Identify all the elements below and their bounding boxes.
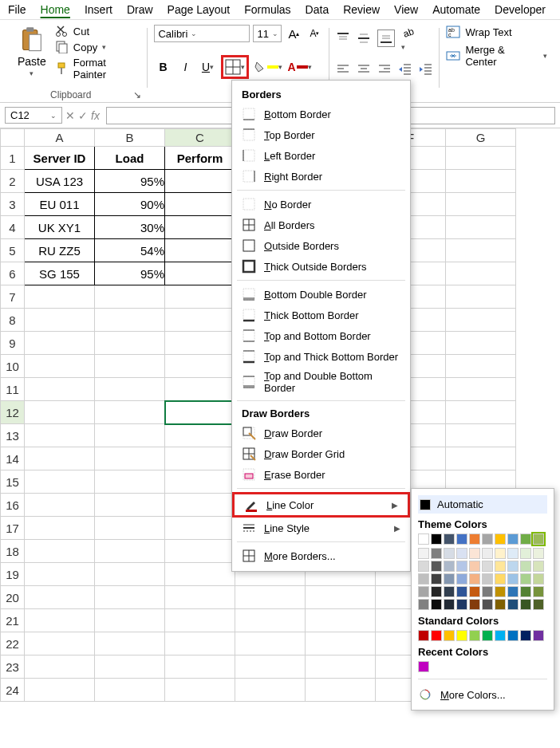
cell-A23[interactable] [25, 655, 95, 679]
cell-C1[interactable]: Perform [165, 147, 235, 170]
font-name-combo[interactable]: Calibri⌄ [154, 25, 250, 42]
cell-C14[interactable] [165, 447, 235, 470]
color-swatch[interactable] [507, 630, 519, 641]
color-swatch[interactable] [469, 533, 480, 545]
cell-C18[interactable] [165, 540, 235, 563]
cell-C16[interactable] [165, 494, 235, 517]
cell-C8[interactable] [165, 309, 235, 332]
color-swatch[interactable] [520, 548, 531, 559]
merge-center-button[interactable]: Merge & Center▾ [446, 44, 547, 68]
border-option-thick-bottom-border[interactable]: Thick Bottom Border [232, 305, 410, 325]
cell-C23[interactable] [165, 655, 235, 679]
color-swatch[interactable] [507, 573, 519, 585]
cell-C11[interactable] [165, 378, 235, 401]
row-header-8[interactable]: 8 [1, 309, 25, 332]
cell-B1[interactable]: Load [95, 147, 165, 170]
color-swatch[interactable] [507, 533, 519, 545]
cell-B21[interactable] [95, 609, 165, 632]
color-swatch[interactable] [444, 533, 455, 545]
cell-A3[interactable]: EU 011 [25, 193, 95, 216]
cell-B22[interactable] [95, 632, 165, 655]
row-header-1[interactable]: 1 [1, 147, 25, 170]
cell-C4[interactable] [165, 216, 235, 239]
row-header-21[interactable]: 21 [1, 609, 25, 632]
col-header-B[interactable]: B [95, 129, 165, 147]
cell-A21[interactable] [25, 609, 95, 632]
cell-G6[interactable] [446, 262, 516, 285]
underline-button[interactable]: U ▾ [199, 58, 216, 76]
cell-C17[interactable] [165, 517, 235, 540]
cell-B18[interactable] [95, 540, 165, 563]
decrease-indent-button[interactable] [398, 62, 412, 77]
cell-C7[interactable] [165, 285, 235, 309]
border-option-draw-border[interactable]: Draw Border [232, 423, 410, 443]
color-swatch[interactable] [507, 561, 519, 572]
bold-button[interactable]: B [154, 58, 172, 76]
cell-D21[interactable] [235, 609, 306, 632]
cell-A5[interactable]: RU ZZ5 [25, 239, 95, 262]
cell-C15[interactable] [165, 470, 235, 494]
borders-button[interactable]: ▾ [221, 55, 249, 79]
cell-G14[interactable] [446, 447, 516, 470]
color-swatch[interactable] [533, 533, 544, 545]
color-swatch[interactable] [482, 573, 493, 585]
cell-A10[interactable] [25, 355, 95, 378]
cell-A12[interactable] [25, 401, 95, 424]
font-color-button[interactable]: A▾ [287, 58, 311, 76]
menu-developer[interactable]: Developer [495, 3, 546, 16]
color-swatch[interactable] [495, 548, 506, 559]
color-swatch[interactable] [495, 533, 506, 545]
row-header-16[interactable]: 16 [1, 494, 25, 517]
color-swatch[interactable] [431, 573, 442, 585]
paste-button[interactable]: Paste ▾ [13, 25, 51, 81]
row-header-11[interactable]: 11 [1, 378, 25, 401]
italic-button[interactable]: I [176, 58, 194, 76]
menu-file[interactable]: File [8, 3, 26, 16]
color-swatch[interactable] [520, 586, 531, 597]
cell-C12[interactable] [165, 401, 235, 424]
color-swatch[interactable] [431, 561, 442, 572]
cell-C6[interactable] [165, 262, 235, 285]
cell-A16[interactable] [25, 494, 95, 517]
border-option-all-borders[interactable]: All Borders [232, 215, 410, 235]
cell-D23[interactable] [235, 655, 306, 679]
cell-A17[interactable] [25, 517, 95, 540]
fill-color-button[interactable]: ▾ [254, 58, 282, 76]
color-swatch[interactable] [533, 573, 544, 585]
row-header-6[interactable]: 6 [1, 262, 25, 285]
cell-B24[interactable] [95, 679, 165, 702]
menu-formulas[interactable]: Formulas [244, 3, 290, 16]
menu-insert[interactable]: Insert [85, 3, 112, 16]
color-swatch[interactable] [456, 586, 467, 597]
col-header-G[interactable]: G [446, 129, 516, 147]
cell-C9[interactable] [165, 332, 235, 355]
cell-E20[interactable] [306, 586, 376, 609]
color-swatch[interactable] [482, 533, 493, 545]
color-swatch[interactable] [469, 599, 480, 610]
cell-B15[interactable] [95, 470, 165, 494]
color-swatch[interactable] [469, 586, 480, 597]
cell-C5[interactable] [165, 239, 235, 262]
cell-B4[interactable]: 30% [95, 216, 165, 239]
cell-A1[interactable]: Server ID [25, 147, 95, 170]
font-size-combo[interactable]: 11⌄ [253, 25, 282, 42]
color-swatch[interactable] [444, 573, 455, 585]
align-bottom-button[interactable] [377, 30, 395, 47]
cell-C10[interactable] [165, 355, 235, 378]
border-option-bottom-border[interactable]: Bottom Border [232, 104, 410, 124]
border-option-outside-borders[interactable]: Outside Borders [232, 235, 410, 256]
row-header-12[interactable]: 12 [1, 401, 25, 424]
color-swatch[interactable] [431, 630, 442, 641]
cell-A22[interactable] [25, 632, 95, 655]
cell-A20[interactable] [25, 586, 95, 609]
cell-B9[interactable] [95, 332, 165, 355]
cell-E23[interactable] [306, 655, 376, 679]
row-header-20[interactable]: 20 [1, 586, 25, 609]
copy-button[interactable]: Copy▾ [56, 41, 142, 53]
cell-C13[interactable] [165, 424, 235, 447]
color-swatch[interactable] [456, 561, 467, 572]
row-header-13[interactable]: 13 [1, 424, 25, 447]
row-header-22[interactable]: 22 [1, 632, 25, 655]
border-option-no-border[interactable]: No Border [232, 194, 410, 215]
border-option-draw-border-grid[interactable]: Draw Border Grid [232, 443, 410, 464]
